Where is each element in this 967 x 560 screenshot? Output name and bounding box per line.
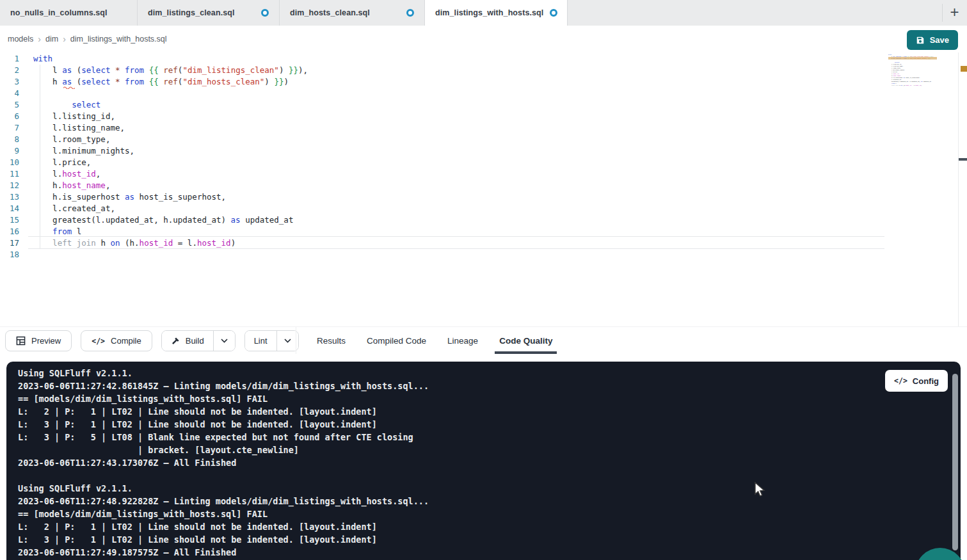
code-line bbox=[33, 88, 308, 99]
code-line bbox=[888, 86, 897, 88]
lint-output-terminal[interactable]: Using SQLFluff v2.1.1.2023-06-06T11:27:4… bbox=[6, 362, 961, 560]
line-number: 13 bbox=[0, 191, 19, 203]
breadcrumb-item[interactable]: models bbox=[8, 35, 33, 44]
line-number: 11 bbox=[0, 168, 19, 180]
warning-marker bbox=[961, 66, 967, 72]
breadcrumb-bar: models›dim›dim_listings_with_hosts.sql S… bbox=[0, 26, 967, 52]
tab-bar-tabs: no_nulls_in_columns.sqldim_listings_clea… bbox=[0, 0, 568, 26]
panel-tabs: ResultsCompiled CodeLineageCode Quality bbox=[317, 327, 552, 354]
action-buttons: Preview </> Compile Build bbox=[5, 330, 299, 351]
panel-tab-results[interactable]: Results bbox=[317, 327, 346, 354]
lint-label: Lint bbox=[254, 336, 268, 346]
line-number: 17 bbox=[0, 237, 19, 249]
mouse-cursor bbox=[754, 482, 767, 499]
config-label: Config bbox=[913, 376, 939, 386]
line-number: 14 bbox=[0, 203, 19, 214]
terminal-line: L: 3 | P: 1 | LT02 | Line should not be … bbox=[18, 533, 961, 546]
breadcrumb-item[interactable]: dim bbox=[45, 35, 58, 44]
action-bar: Preview </> Compile Build bbox=[0, 326, 967, 354]
lint-dropdown-button[interactable] bbox=[276, 331, 298, 351]
code-line: l.price, bbox=[33, 157, 308, 168]
terminal-line: L: 2 | P: 1 | LT02 | Line should not be … bbox=[18, 405, 961, 418]
code-line: l.room_type, bbox=[33, 134, 308, 145]
terminal-line: L: 3 | P: 5 | LT08 | Blank line expected… bbox=[18, 431, 961, 444]
build-dropdown-button[interactable] bbox=[213, 331, 235, 351]
chevron-down-icon bbox=[221, 339, 228, 343]
save-button[interactable]: Save bbox=[907, 30, 958, 50]
terminal-line: == [models/dim/dim_listings_with_hosts.s… bbox=[18, 392, 961, 405]
tab-no-nulls-in-columns-sql[interactable]: no_nulls_in_columns.sql bbox=[0, 0, 138, 26]
tab-label: dim_listings_clean.sql bbox=[148, 8, 235, 17]
panel-tab-code-quality[interactable]: Code Quality bbox=[499, 327, 552, 354]
tab-dim-listings-with-hosts-sql[interactable]: dim_listings_with_hosts.sql bbox=[425, 0, 568, 26]
compile-label: Compile bbox=[111, 336, 141, 346]
breadcrumb-separator: › bbox=[38, 34, 41, 44]
config-button[interactable]: </> Config bbox=[885, 370, 948, 392]
build-label: Build bbox=[186, 336, 204, 346]
preview-button[interactable]: Preview bbox=[5, 330, 72, 351]
modified-dot-icon bbox=[261, 9, 269, 17]
minimap-warning-highlight bbox=[888, 57, 937, 60]
new-tab-button[interactable]: + bbox=[942, 4, 966, 22]
terminal-line: == [models/dim/dim_listings_with_hosts.s… bbox=[18, 508, 961, 520]
code-line: from l bbox=[33, 226, 308, 237]
overview-ruler[interactable] bbox=[958, 52, 967, 326]
build-button-group: Build bbox=[161, 330, 236, 351]
tab-label: dim_hosts_clean.sql bbox=[290, 8, 370, 17]
build-button[interactable]: Build bbox=[162, 331, 213, 351]
line-number: 18 bbox=[0, 249, 19, 260]
terminal-line: L: 2 | P: 1 | LT02 | Line should not be … bbox=[18, 520, 961, 533]
code-editor[interactable]: 123456789101112131415161718 with l as (s… bbox=[0, 52, 967, 326]
code-line: l.created_at, bbox=[33, 203, 308, 214]
line-number: 16 bbox=[0, 226, 19, 237]
tab-label: no_nulls_in_columns.sql bbox=[10, 8, 108, 17]
terminal-line: 2023-06-06T11:27:49.187575Z — All Finish… bbox=[18, 546, 961, 559]
file-tab-bar: no_nulls_in_columns.sqldim_listings_clea… bbox=[0, 0, 967, 26]
terminal-line: L: 3 | P: 1 | LT02 | Line should not be … bbox=[18, 418, 961, 431]
panel-tab-compiled-code[interactable]: Compiled Code bbox=[367, 327, 426, 354]
breadcrumb-item[interactable]: dim_listings_with_hosts.sql bbox=[70, 35, 167, 44]
save-button-label: Save bbox=[930, 35, 949, 45]
minimap[interactable]: with l as (select * from {{ ref("dim_lis… bbox=[888, 54, 937, 143]
line-number: 5 bbox=[0, 99, 19, 111]
terminal-line: Using SQLFluff v2.1.1. bbox=[18, 482, 961, 495]
line-number: 7 bbox=[0, 122, 19, 134]
code-line: l.listing_id, bbox=[33, 111, 308, 122]
plus-icon: + bbox=[950, 4, 959, 20]
modified-dot-icon bbox=[406, 9, 414, 17]
code-line: select bbox=[33, 99, 308, 111]
code-line: l.host_id, bbox=[33, 168, 308, 180]
breadcrumb-separator: › bbox=[63, 34, 66, 44]
tab-dim-hosts-clean-sql[interactable]: dim_hosts_clean.sql bbox=[280, 0, 425, 26]
code-brackets-icon: </> bbox=[92, 337, 105, 346]
terminal-line: 2023-06-06T11:27:43.173076Z — All Finish… bbox=[18, 456, 961, 469]
code-line bbox=[33, 249, 308, 260]
lint-button-group: Lint bbox=[244, 330, 299, 351]
panel-tab-lineage[interactable]: Lineage bbox=[447, 327, 478, 354]
code-content[interactable]: with l as (select * from {{ ref("dim_lis… bbox=[33, 53, 308, 260]
lint-button[interactable]: Lint bbox=[245, 331, 276, 351]
terminal-line: | bracket. [layout.cte_newline] bbox=[18, 444, 961, 456]
lint-squiggle-icon bbox=[63, 86, 75, 89]
code-line: h.host_name, bbox=[33, 180, 308, 191]
code-line: with bbox=[33, 53, 308, 65]
terminal-scrollbar[interactable] bbox=[952, 374, 958, 550]
line-number: 12 bbox=[0, 180, 19, 191]
terminal-line: 2023-06-06T11:27:42.861845Z — Linting mo… bbox=[18, 380, 961, 392]
line-number: 3 bbox=[0, 76, 19, 88]
line-number: 8 bbox=[0, 134, 19, 145]
hammer-icon bbox=[171, 337, 180, 346]
tab-label: dim_listings_with_hosts.sql bbox=[435, 8, 543, 17]
code-line: greatest(l.updated_at, h.updated_at) as … bbox=[33, 214, 308, 226]
code-line: l as (select * from {{ ref("dim_listings… bbox=[33, 65, 308, 76]
line-number: 1 bbox=[0, 53, 19, 65]
code-line: left join h on (h.host_id = l.host_id) bbox=[33, 237, 308, 249]
preview-label: Preview bbox=[31, 336, 61, 346]
tab-dim-listings-clean-sql[interactable]: dim_listings_clean.sql bbox=[138, 0, 280, 26]
compile-button[interactable]: </> Compile bbox=[81, 330, 152, 351]
breadcrumb: models›dim›dim_listings_with_hosts.sql bbox=[8, 26, 167, 52]
line-number: 9 bbox=[0, 145, 19, 157]
code-line: left join h on (h.host_id = l.host_id) bbox=[888, 84, 897, 86]
line-number: 6 bbox=[0, 111, 19, 122]
line-number-gutter: 123456789101112131415161718 bbox=[0, 53, 19, 260]
